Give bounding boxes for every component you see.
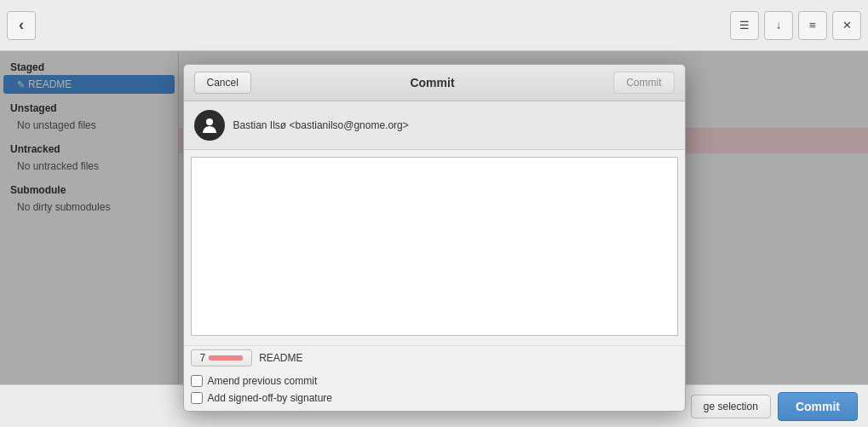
author-name: Bastian Ilsø <bastianilso@gnome.org>: [233, 119, 409, 131]
commit-message-textarea[interactable]: [191, 157, 678, 336]
modal-cancel-button[interactable]: Cancel: [194, 72, 251, 94]
back-button[interactable]: ‹: [7, 11, 36, 40]
avatar: [194, 110, 225, 141]
list-view-button[interactable]: ☰: [730, 11, 759, 40]
back-icon: ‹: [19, 16, 24, 34]
menu-icon: ≡: [809, 19, 816, 32]
commit-modal: Cancel Commit Commit Bastian Ilsø <basti…: [183, 64, 686, 412]
options-row: Amend previous commit Add signed-off-by …: [184, 370, 685, 411]
amend-checkbox-row[interactable]: Amend previous commit: [191, 375, 678, 387]
modal-commit-button[interactable]: Commit: [613, 72, 674, 94]
amend-label: Amend previous commit: [208, 375, 318, 387]
modal-header: Cancel Commit Commit: [184, 65, 685, 101]
download-icon: ↓: [776, 19, 782, 32]
svg-point-0: [206, 118, 213, 125]
signoff-checkbox[interactable]: [191, 392, 203, 404]
amend-checkbox[interactable]: [191, 375, 203, 387]
signoff-label: Add signed-off-by signature: [208, 392, 333, 404]
stage-selection-button[interactable]: ge selection: [691, 395, 771, 418]
author-row: Bastian Ilsø <bastianilso@gnome.org>: [184, 101, 685, 150]
close-button[interactable]: ✕: [832, 11, 861, 40]
app-container: ‹ ☰ ↓ ≡ ✕ Staged ✎ README Unstaged: [0, 0, 868, 427]
count-bar: [209, 355, 243, 361]
list-icon: ☰: [739, 19, 750, 32]
menu-button[interactable]: ≡: [798, 11, 827, 40]
commit-message-area: [184, 150, 685, 345]
toolbar: ‹ ☰ ↓ ≡ ✕: [0, 0, 868, 51]
files-filename: README: [259, 352, 302, 364]
modal-title: Commit: [251, 76, 613, 89]
person-icon: [200, 116, 219, 135]
close-icon: ✕: [842, 19, 852, 32]
bottom-commit-button[interactable]: Commit: [778, 392, 858, 421]
download-button[interactable]: ↓: [764, 11, 793, 40]
files-row: 7 README: [184, 345, 685, 370]
files-count-badge: 7: [191, 349, 253, 366]
signoff-checkbox-row[interactable]: Add signed-off-by signature: [191, 392, 678, 404]
files-count: 7: [200, 352, 206, 364]
main-content: Staged ✎ README Unstaged No unstaged fil…: [0, 51, 868, 384]
